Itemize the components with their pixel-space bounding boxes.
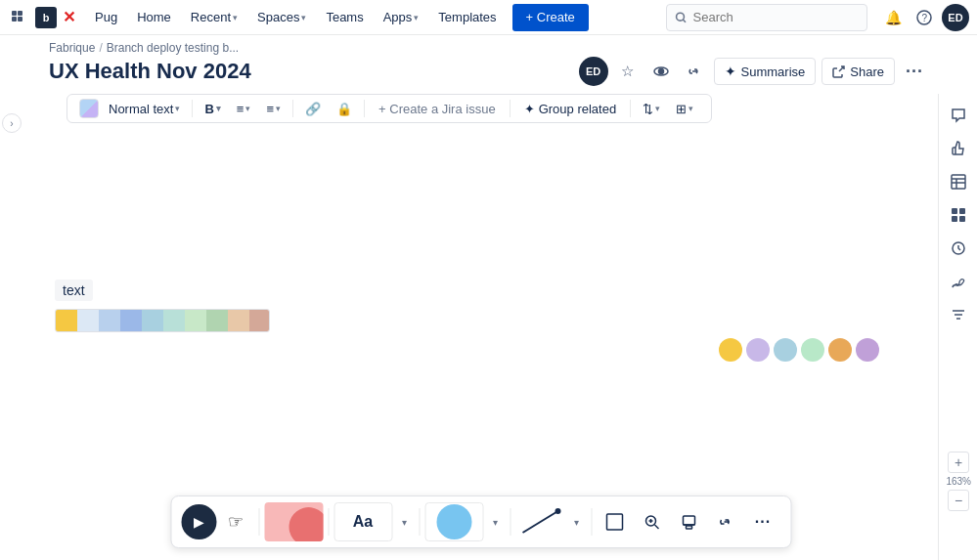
palette-swatch <box>120 310 142 331</box>
create-jira-button[interactable]: + Create a Jira issue <box>371 100 504 118</box>
zoom-in-button[interactable]: + <box>948 452 969 473</box>
breadcrumb-fabrique[interactable]: Fabrique <box>49 41 95 55</box>
group-related-button[interactable]: ✦ Group related <box>516 100 625 118</box>
editor-area: Normal text ▾ B ▾ ≡ ▾ ≡ ▾ 🔗 🔒 <box>23 94 938 560</box>
align-button[interactable]: ≡ ▾ <box>260 100 287 118</box>
nav-right-icons: 🔔 ? ED <box>879 4 969 31</box>
palette-swatch <box>77 310 99 331</box>
chevron-down-icon: ▾ <box>233 13 238 22</box>
svg-text:?: ? <box>922 13 928 23</box>
sort-button[interactable]: ⇅ ▾ <box>637 100 666 118</box>
breadcrumb-separator: / <box>99 41 102 55</box>
svg-rect-27 <box>959 216 965 222</box>
svg-point-9 <box>658 69 663 74</box>
nav-teams[interactable]: Teams <box>318 0 371 35</box>
history-sidebar-btn[interactable] <box>945 235 972 262</box>
right-swatch[interactable] <box>801 338 824 362</box>
share-button[interactable]: Share <box>822 58 895 85</box>
editor-avatar[interactable]: ED <box>579 57 608 86</box>
svg-rect-2 <box>12 17 17 22</box>
create-button[interactable]: + Create <box>512 4 589 31</box>
close-icon[interactable]: ✕ <box>63 8 75 26</box>
lock-toolbar-button[interactable]: 🔒 <box>331 100 358 118</box>
line-tool-chevron[interactable]: ▾ <box>566 502 586 541</box>
separator <box>364 100 365 117</box>
page-title: UX Health Nov 2024 <box>49 59 251 84</box>
paint-sidebar-btn[interactable] <box>945 268 972 295</box>
link-button[interactable] <box>681 58 708 85</box>
shape-thumbnail[interactable] <box>264 502 323 541</box>
separator <box>510 100 511 117</box>
color-palette-bar[interactable] <box>55 309 270 332</box>
bold-button[interactable]: B ▾ <box>199 100 226 118</box>
nav-recent[interactable]: Recent ▾ <box>183 0 245 35</box>
image-search-tool[interactable] <box>634 502 669 541</box>
sidebar-toggle[interactable]: › <box>2 113 22 133</box>
line-tool[interactable] <box>515 502 564 541</box>
shape-tool-chevron[interactable]: ▾ <box>485 502 505 541</box>
breadcrumb-branch[interactable]: Branch deploy testing b... <box>107 41 239 55</box>
link-tool[interactable] <box>708 502 743 541</box>
color-swatch[interactable] <box>79 99 99 118</box>
svg-line-14 <box>654 525 658 529</box>
chevron-down-icon: ▾ <box>175 104 180 113</box>
bottom-toolbar: ▶ ☞ Aa ▾ ▾ <box>170 495 791 548</box>
chevron-down-icon: ▾ <box>688 104 693 113</box>
comment-sidebar-btn[interactable] <box>945 102 972 129</box>
grid-sidebar-btn[interactable] <box>945 201 972 229</box>
play-button[interactable]: ▶ <box>181 504 216 539</box>
zoom-control: + 163% − <box>946 452 971 511</box>
cursor-icon[interactable]: ☞ <box>218 502 253 541</box>
chevron-down-icon: ▾ <box>276 104 281 113</box>
shape-tool-preview[interactable] <box>424 502 483 541</box>
nav-home[interactable]: Home <box>129 0 179 35</box>
chevron-down-icon: ▾ <box>216 104 221 113</box>
help-icon[interactable]: ? <box>910 4 938 31</box>
content-wrapper: › Normal text ▾ B ▾ ≡ ▾ <box>0 94 977 560</box>
svg-rect-20 <box>952 175 965 189</box>
watch-button[interactable] <box>647 58 675 85</box>
palette-swatch <box>185 310 206 331</box>
right-swatch[interactable] <box>856 338 879 362</box>
more-tools-button[interactable]: ··· <box>745 502 780 541</box>
list-button[interactable]: ≡ ▾ <box>231 100 257 118</box>
grid-view-button[interactable]: ⊞ ▾ <box>670 100 699 118</box>
text-tool-chevron[interactable]: ▾ <box>394 502 414 541</box>
search-box[interactable] <box>666 4 867 31</box>
separator <box>192 100 193 117</box>
breadcrumb: Fabrique / Branch deploy testing b... <box>0 35 977 55</box>
star-button[interactable]: ☆ <box>614 58 642 85</box>
zoom-out-button[interactable]: − <box>948 490 969 511</box>
filter-sidebar-btn[interactable] <box>945 301 972 328</box>
frame-tool[interactable] <box>597 502 632 541</box>
grid-menu-icon[interactable] <box>8 7 29 28</box>
svg-rect-3 <box>18 17 22 22</box>
text-tool-preview[interactable]: Aa <box>333 502 392 541</box>
right-swatch[interactable] <box>828 338 852 362</box>
stamp-tool[interactable] <box>671 502 706 541</box>
right-swatch[interactable] <box>719 338 742 362</box>
svg-rect-18 <box>686 526 691 529</box>
nav-appname[interactable]: Pug <box>87 0 125 35</box>
user-avatar[interactable]: ED <box>942 4 969 31</box>
text-style-dropdown[interactable]: Normal text ▾ <box>103 100 186 118</box>
editor-canvas[interactable]: text <box>23 94 938 560</box>
share-icon <box>832 65 845 78</box>
app-wrapper: b ✕ Pug Home Recent ▾ Spaces ▾ Teams App… <box>0 0 977 560</box>
notifications-icon[interactable]: 🔔 <box>879 4 907 31</box>
like-sidebar-btn[interactable] <box>945 135 972 162</box>
right-swatch[interactable] <box>746 338 770 362</box>
separator <box>510 508 511 536</box>
right-swatch[interactable] <box>774 338 797 362</box>
nav-spaces[interactable]: Spaces ▾ <box>249 0 314 35</box>
nav-templates[interactable]: Templates <box>430 0 504 35</box>
more-button[interactable]: ··· <box>901 58 928 85</box>
brand-icon[interactable]: b <box>35 7 57 28</box>
nav-apps[interactable]: Apps ▾ <box>376 0 427 35</box>
search-input[interactable] <box>693 10 859 24</box>
link-toolbar-button[interactable]: 🔗 <box>299 100 327 118</box>
summarise-button[interactable]: ✦ Summarise <box>714 58 817 85</box>
palette-swatch <box>206 310 228 331</box>
palette-swatch <box>163 310 185 331</box>
table-sidebar-btn[interactable] <box>945 168 972 195</box>
